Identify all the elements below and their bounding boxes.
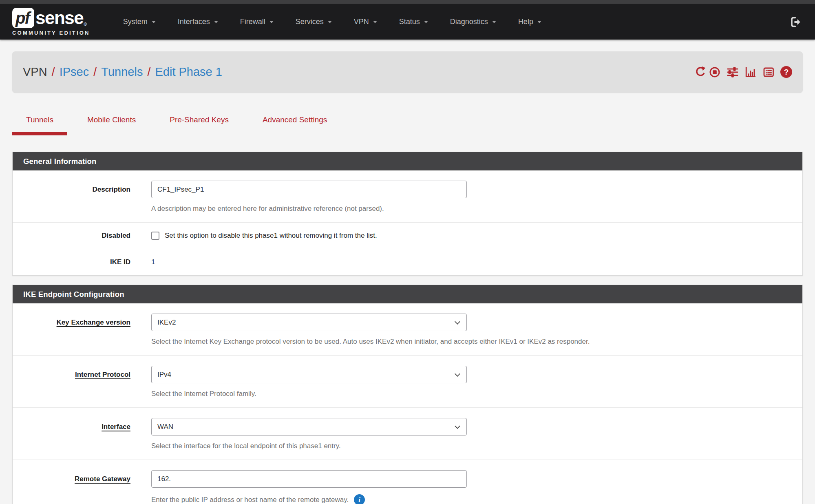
general-information-panel: General Information Description A descri… [12, 152, 803, 276]
breadcrumb-link-ipsec[interactable]: IPsec [60, 65, 89, 79]
nav-item-help[interactable]: Help [507, 4, 552, 40]
description-help: A description may be entered here for ad… [151, 205, 802, 213]
nav-item-firewall[interactable]: Firewall [229, 4, 285, 40]
log-list-icon[interactable] [762, 66, 775, 78]
nav-item-label: Help [518, 18, 533, 26]
tab-pre-shared-keys[interactable]: Pre-Shared Keys [156, 115, 243, 135]
nav-item-vpn[interactable]: VPN [343, 4, 388, 40]
internet-protocol-select[interactable]: IPv4 [151, 366, 467, 383]
remote-gateway-help: Enter the public IP address or host name… [151, 496, 349, 504]
panel-body: Key Exchange version IKEv2 Select the In… [13, 303, 802, 504]
remote-gateway-input[interactable] [151, 470, 467, 488]
key-exchange-help: Select the Internet Key Exchange protoco… [151, 338, 802, 346]
nav-item-label: VPN [354, 18, 369, 26]
interface-value: WAN [157, 423, 173, 431]
nav-item-label: Interfaces [178, 18, 210, 26]
description-input[interactable] [151, 181, 467, 198]
brand-name: sense [35, 9, 83, 27]
disabled-label: Disabled [13, 232, 130, 240]
ike-id-row: IKE ID 1 [13, 249, 802, 275]
ike-id-label: IKE ID [13, 258, 130, 266]
chevron-down-icon [455, 318, 460, 324]
internet-protocol-row: Internet Protocol IPv4 Select the Intern… [13, 355, 802, 407]
panel-title: General Information [23, 157, 97, 166]
bar-chart-icon[interactable] [744, 66, 757, 78]
nav-item-label: Status [399, 18, 420, 26]
browser-top-strip [0, 0, 815, 4]
description-label: Description [13, 181, 130, 213]
nav-item-label: Firewall [240, 18, 265, 26]
disabled-checkbox-label[interactable]: Set this option to disable this phase1 w… [165, 232, 377, 240]
tab-bar: Tunnels Mobile Clients Pre-Shared Keys A… [12, 115, 803, 135]
breadcrumb-separator: / [52, 65, 55, 79]
nav-item-system[interactable]: System [112, 4, 167, 40]
chevron-down-icon [269, 21, 274, 23]
description-row: Description A description may be entered… [13, 170, 802, 222]
brand-tagline: COMMUNITY EDITION [12, 30, 90, 36]
page-content: VPN / IPsec / Tunnels / Edit Phase 1 [0, 51, 815, 504]
internet-protocol-help: Select the Internet Protocol family. [151, 390, 802, 398]
chevron-down-icon [424, 21, 428, 23]
ike-id-value: 1 [151, 258, 155, 266]
info-icon[interactable]: i [354, 494, 365, 504]
nav-item-diagnostics[interactable]: Diagnostics [439, 4, 507, 40]
panel-header: IKE Endpoint Configuration [13, 285, 802, 303]
key-exchange-label: Key Exchange version [13, 314, 130, 346]
interface-label: Interface [13, 418, 130, 450]
breadcrumb-section: VPN [23, 65, 47, 79]
pf-logo-box: pf [12, 8, 34, 28]
help-icon[interactable]: ? [780, 66, 792, 78]
panel-body: Description A description may be entered… [13, 170, 802, 275]
sign-out-icon[interactable] [790, 16, 802, 28]
nav-menu: System Interfaces Firewall Services VPN … [112, 4, 552, 40]
key-exchange-row: Key Exchange version IKEv2 Select the In… [13, 303, 802, 355]
key-exchange-select[interactable]: IKEv2 [151, 314, 467, 331]
breadcrumb: VPN / IPsec / Tunnels / Edit Phase 1 [23, 65, 222, 79]
breadcrumb-link-edit-phase-1[interactable]: Edit Phase 1 [155, 65, 222, 79]
chevron-down-icon [328, 21, 332, 23]
refresh-icon[interactable] [694, 66, 707, 78]
tab-advanced-settings[interactable]: Advanced Settings [249, 115, 341, 135]
main-navbar: pf sense ® COMMUNITY EDITION System Inte… [0, 4, 815, 40]
internet-protocol-value: IPv4 [157, 371, 171, 379]
sliders-icon[interactable] [727, 66, 739, 78]
breadcrumb-separator: / [147, 65, 150, 79]
interface-help: Select the interface for the local endpo… [151, 442, 802, 450]
ike-endpoint-panel: IKE Endpoint Configuration Key Exchange … [12, 285, 803, 504]
nav-item-interfaces[interactable]: Interfaces [167, 4, 229, 40]
remote-gateway-row: Remote Gateway Enter the public IP addre… [13, 460, 802, 504]
pfsense-logo[interactable]: pf sense ® COMMUNITY EDITION [12, 8, 90, 36]
registered-mark: ® [84, 22, 87, 27]
tab-mobile-clients[interactable]: Mobile Clients [73, 115, 150, 135]
breadcrumb-bar: VPN / IPsec / Tunnels / Edit Phase 1 [12, 51, 803, 93]
nav-item-status[interactable]: Status [388, 4, 439, 40]
nav-item-label: Diagnostics [450, 18, 488, 26]
tab-tunnels[interactable]: Tunnels [12, 115, 67, 135]
breadcrumb-separator: / [93, 65, 97, 79]
chevron-down-icon [455, 423, 460, 429]
interface-select[interactable]: WAN [151, 418, 467, 435]
internet-protocol-label: Internet Protocol [13, 366, 130, 398]
disabled-row: Disabled Set this option to disable this… [13, 222, 802, 249]
chevron-down-icon [537, 21, 541, 23]
chevron-down-icon [214, 21, 218, 23]
chevron-down-icon [373, 21, 377, 23]
chevron-down-icon [455, 371, 460, 376]
panel-title: IKE Endpoint Configuration [23, 290, 124, 299]
breadcrumb-link-tunnels[interactable]: Tunnels [101, 65, 143, 79]
key-exchange-value: IKEv2 [157, 318, 176, 327]
nav-item-label: System [123, 18, 148, 26]
chevron-down-icon [492, 21, 496, 23]
disabled-checkbox[interactable] [151, 232, 159, 240]
panel-header: General Information [13, 152, 802, 170]
remote-gateway-label: Remote Gateway [13, 470, 130, 504]
interface-row: Interface WAN Select the interface for t… [13, 407, 802, 460]
chevron-down-icon [152, 21, 156, 23]
nav-item-label: Services [296, 18, 324, 26]
nav-item-services[interactable]: Services [285, 4, 343, 40]
breadcrumb-toolbar: ? [694, 66, 792, 78]
stop-icon[interactable] [709, 66, 721, 78]
